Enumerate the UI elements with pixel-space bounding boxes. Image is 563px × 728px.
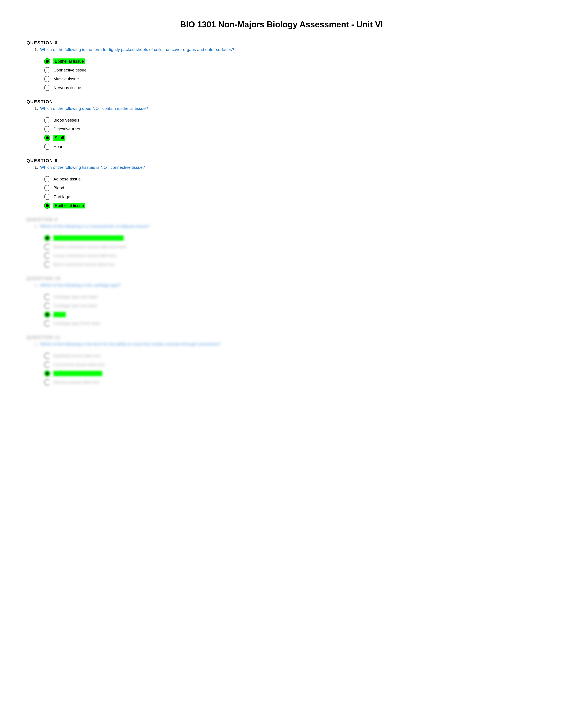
list-item: Heart — [44, 144, 537, 150]
option-label: Cartilage type one label — [53, 295, 98, 299]
question-6-text: Which of the following is the term for t… — [40, 47, 234, 52]
question-8-label: QUESTION 8 — [26, 158, 537, 163]
question-10-text: Which of the following is the cartilage … — [40, 283, 120, 288]
list-item: Adipose tissue — [44, 176, 537, 182]
option-label: Cartilage type two label — [53, 303, 97, 308]
radio-unselected-icon — [44, 294, 50, 300]
radio-unselected-icon[interactable] — [44, 194, 50, 200]
list-item: Cartilage — [44, 194, 537, 200]
radio-unselected-icon — [44, 244, 50, 250]
radio-unselected-icon[interactable] — [44, 117, 50, 123]
option-label: Connective tissue label text — [53, 362, 104, 367]
radio-unselected-icon[interactable] — [44, 126, 50, 132]
radio-unselected-icon[interactable] — [44, 76, 50, 82]
list-item: Bone — [44, 311, 537, 318]
list-item: Dense connective tissue label text here — [44, 244, 537, 250]
list-item: Cartilage type three label — [44, 320, 537, 326]
question-9-label: QUESTION 9 — [26, 217, 537, 222]
question-6-row: 1. Which of the following is the term fo… — [34, 47, 537, 55]
question-10-options: Cartilage type one label Cartilage type … — [44, 294, 537, 326]
option-label: Bone connective tissue label text — [53, 262, 115, 267]
question-9-options: Stores energy as fat tissue label text D… — [44, 235, 537, 268]
list-item: Loose connective tissue label text — [44, 253, 537, 259]
list-item: Blood — [44, 185, 537, 191]
radio-unselected-icon — [44, 320, 50, 326]
option-label: Connective tissue — [53, 68, 86, 73]
question-7-block: QUESTION 1. Which of the following does … — [26, 99, 537, 150]
option-label: Bone — [53, 312, 66, 317]
question-8-row: 1. Which of the following tissues is NOT… — [34, 165, 537, 173]
option-label: Nervous tissue — [53, 85, 81, 90]
question-11-options: Epithelial tissue label text Connective … — [44, 353, 537, 385]
radio-unselected-icon[interactable] — [44, 67, 50, 73]
question-11-number: 1. — [34, 342, 38, 350]
question-7-text: Which of the following does NOT contain … — [40, 106, 148, 111]
radio-unselected-icon[interactable] — [44, 144, 50, 150]
option-label: Heart — [53, 144, 64, 149]
radio-selected-icon — [44, 370, 50, 377]
list-item: Epithelial tissue label text — [44, 353, 537, 359]
option-label: Nervous tissue label text — [53, 380, 99, 385]
question-6-label: QUESTION 6 — [26, 40, 537, 45]
list-item: Cartilage type two label — [44, 303, 537, 309]
list-item: Bone connective tissue label text — [44, 261, 537, 268]
question-6-number: 1. — [34, 47, 38, 55]
question-8-block: QUESTION 8 1. Which of the following tis… — [26, 158, 537, 209]
radio-unselected-icon — [44, 362, 50, 368]
option-label: Stores energy as fat tissue label text — [53, 235, 124, 241]
option-label: Blood vessels — [53, 118, 79, 123]
question-7-number: 1. — [34, 106, 38, 114]
radio-selected-icon[interactable] — [44, 135, 50, 141]
list-item: Nervous tissue label text — [44, 379, 537, 385]
option-label: Dense connective tissue label text here — [53, 244, 126, 249]
radio-unselected-icon[interactable] — [44, 85, 50, 91]
radio-unselected-icon[interactable] — [44, 176, 50, 182]
question-11-text: Which of the following is the term for t… — [40, 342, 220, 347]
question-11-block: QUESTION 11 1. Which of the following is… — [26, 335, 537, 385]
question-9-text: Which of the following is a characterist… — [40, 224, 149, 229]
radio-unselected-icon — [44, 303, 50, 309]
option-label: Epithelial tissue label text — [53, 353, 100, 358]
option-label: Cartilage — [53, 194, 70, 199]
option-label: Epithelial tissue — [53, 58, 85, 64]
question-10-block: QUESTION 10 1. Which of the following is… — [26, 276, 537, 326]
option-label: Skull — [53, 135, 65, 141]
question-6-options: Epithelial tissue Connective tissue Musc… — [44, 58, 537, 91]
option-label: Digestive tract — [53, 127, 80, 131]
question-11-row: 1. Which of the following is the term fo… — [34, 342, 537, 350]
radio-selected-icon[interactable] — [44, 203, 50, 209]
radio-unselected-icon — [44, 379, 50, 385]
radio-selected-icon — [44, 235, 50, 241]
list-item: Muscle tissue — [44, 76, 537, 82]
radio-unselected-icon — [44, 253, 50, 259]
radio-unselected-icon — [44, 261, 50, 268]
page-title: BIO 1301 Non-Majors Biology Assessment -… — [26, 20, 537, 29]
option-label: Cardiac tissue label here — [53, 371, 102, 376]
list-item: Cartilage type one label — [44, 294, 537, 300]
question-7-label: QUESTION — [26, 99, 537, 104]
list-item: Skull — [44, 135, 537, 141]
radio-selected-icon — [44, 311, 50, 318]
option-label: Loose connective tissue label text — [53, 253, 116, 258]
question-7-options: Blood vessels Digestive tract Skull Hear… — [44, 117, 537, 150]
question-8-number: 1. — [34, 165, 38, 173]
list-item: Blood vessels — [44, 117, 537, 123]
question-8-options: Adipose tissue Blood Cartilage Epithelia… — [44, 176, 537, 209]
option-label: Blood — [53, 186, 64, 190]
option-label: Adipose tissue — [53, 177, 81, 182]
list-item: Connective tissue label text — [44, 362, 537, 368]
question-9-number: 1. — [34, 224, 38, 232]
question-9-row: 1. Which of the following is a character… — [34, 224, 537, 232]
question-9-block: QUESTION 9 1. Which of the following is … — [26, 217, 537, 268]
question-10-row: 1. Which of the following is the cartila… — [34, 283, 537, 291]
radio-unselected-icon[interactable] — [44, 185, 50, 191]
question-8-text: Which of the following tissues is NOT co… — [40, 165, 145, 170]
question-6-block: QUESTION 6 1. Which of the following is … — [26, 40, 537, 91]
radio-selected-icon[interactable] — [44, 58, 50, 64]
option-label: Cartilage type three label — [53, 321, 100, 326]
list-item: Cardiac tissue label here — [44, 370, 537, 377]
option-label: Epithelial tissue — [53, 203, 85, 208]
list-item: Stores energy as fat tissue label text — [44, 235, 537, 241]
list-item: Connective tissue — [44, 67, 537, 73]
list-item: Epithelial tissue — [44, 58, 537, 64]
